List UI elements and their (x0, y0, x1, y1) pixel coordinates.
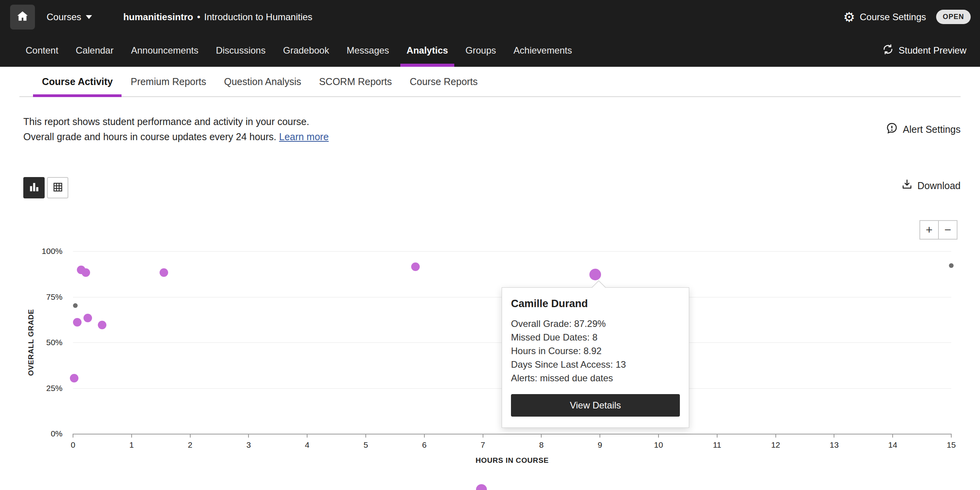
x-tick-label: 6 (409, 440, 440, 450)
chart-view-button[interactable] (23, 177, 45, 198)
y-tick-label: 75% (0, 291, 63, 303)
table-view-button[interactable] (47, 177, 68, 198)
course-code: humanitiesintro (123, 12, 193, 23)
subtab-course-activity[interactable]: Course Activity (33, 67, 122, 96)
x-tick-mark (190, 434, 191, 438)
x-tick-mark (131, 434, 132, 438)
tab-messages[interactable]: Messages (341, 34, 395, 67)
x-tick-mark (483, 434, 483, 438)
x-axis-line (73, 434, 951, 434)
tab-label: Gradebook (283, 45, 329, 56)
view-details-button[interactable]: View Details (511, 394, 680, 417)
zoom-in-button[interactable]: + (919, 220, 939, 240)
status-badge-open: OPEN (936, 10, 971, 24)
y-tick-label: 25% (0, 382, 63, 394)
learn-more-link[interactable]: Learn more (279, 131, 329, 142)
courses-label: Courses (47, 12, 81, 23)
x-tick-label: 12 (760, 440, 791, 450)
subtab-label: Question Analysis (224, 76, 301, 87)
breadcrumb-separator: • (197, 12, 200, 23)
subtab-label: SCORM Reports (319, 76, 392, 87)
data-point[interactable] (98, 321, 106, 329)
x-tick-mark (717, 434, 718, 438)
x-tick-label: 5 (350, 440, 381, 450)
alert-settings-button[interactable]: Alert Settings (886, 122, 961, 137)
tab-label: Content (26, 45, 58, 56)
x-tick-label: 10 (643, 440, 674, 450)
data-point[interactable] (83, 314, 92, 322)
x-tick-mark (248, 434, 249, 438)
student-preview-label: Student Preview (898, 45, 966, 56)
alert-bubble-icon (886, 122, 898, 137)
subtab-scorm-reports[interactable]: SCORM Reports (310, 67, 401, 96)
tab-achievements[interactable]: Achievements (507, 34, 579, 67)
table-grid-icon (52, 181, 64, 195)
x-tick-label: 15 (936, 440, 967, 450)
tab-label: Announcements (131, 45, 198, 56)
data-point[interactable] (73, 318, 82, 327)
swap-arrows-icon (882, 43, 894, 57)
tab-content[interactable]: Content (19, 34, 64, 67)
home-button[interactable] (10, 5, 35, 30)
zoom-out-button[interactable]: − (938, 220, 957, 240)
tab-label: Groups (466, 45, 496, 56)
y-axis-tick-labels: 100%75%50%25%0% (0, 251, 63, 434)
x-tick-mark (775, 434, 776, 438)
x-tick-label: 8 (526, 440, 557, 450)
x-tick-mark (541, 434, 542, 438)
x-axis-tick-labels: 0123456789101112131415 (73, 440, 951, 452)
x-tick-label: 9 (584, 440, 615, 450)
tooltip-student-name: Camille Durand (511, 298, 680, 310)
bar-chart-icon (28, 181, 40, 195)
x-tick-mark (658, 434, 659, 438)
courses-menu[interactable]: Courses (47, 12, 92, 23)
zoom-controls: + − (919, 220, 957, 240)
tab-label: Achievements (514, 45, 572, 56)
report-description: This report shows student performance an… (23, 114, 329, 144)
subtab-course-reports[interactable]: Course Reports (401, 67, 487, 96)
y-tick-label: 50% (0, 337, 63, 348)
x-tick-mark (307, 434, 308, 438)
subtab-question-analysis[interactable]: Question Analysis (215, 67, 310, 96)
y-tick-label: 100% (0, 245, 63, 257)
x-tick-label: 3 (233, 440, 264, 450)
data-point[interactable] (160, 268, 168, 277)
download-button[interactable]: Download (901, 179, 961, 193)
tab-label: Analytics (407, 45, 448, 56)
data-point[interactable] (73, 303, 78, 308)
x-axis-title: HOURS IN COURSE (73, 456, 951, 465)
home-icon (16, 10, 29, 24)
x-tick-mark (365, 434, 366, 438)
x-tick-label: 14 (877, 440, 908, 450)
data-point[interactable] (82, 268, 90, 277)
tab-calendar[interactable]: Calendar (70, 34, 120, 67)
data-point[interactable] (70, 374, 78, 382)
tab-announcements[interactable]: Announcements (125, 34, 204, 67)
chart-table-toggle (23, 177, 68, 198)
x-tick-mark (834, 434, 834, 438)
course-settings-button[interactable]: ⚙ Course Settings (843, 10, 926, 24)
subtab-premium-reports[interactable]: Premium Reports (122, 67, 215, 96)
gear-icon: ⚙ (843, 10, 855, 24)
main-nav: Content Calendar Announcements Discussio… (0, 34, 980, 67)
subtab-label: Course Activity (42, 76, 113, 87)
course-title: Introduction to Humanities (204, 12, 313, 23)
gridline (73, 251, 951, 252)
data-point[interactable] (411, 262, 420, 271)
tab-groups[interactable]: Groups (459, 34, 502, 67)
analytics-subnav: Course Activity Premium Reports Question… (19, 67, 961, 97)
x-tick-mark (599, 434, 600, 438)
tab-discussions[interactable]: Discussions (210, 34, 272, 67)
x-tick-label: 4 (292, 440, 323, 450)
x-tick-mark (951, 434, 952, 438)
student-preview-button[interactable]: Student Preview (882, 34, 966, 67)
x-tick-mark (892, 434, 893, 438)
tab-analytics[interactable]: Analytics (400, 34, 454, 67)
data-point[interactable] (949, 263, 954, 268)
tab-gradebook[interactable]: Gradebook (277, 34, 335, 67)
download-icon (901, 179, 913, 193)
tooltip-missed-due-dates: Missed Due Dates: 8 (511, 330, 680, 344)
course-settings-label: Course Settings (860, 12, 926, 23)
highlighted-data-point[interactable] (589, 269, 601, 280)
x-tick-label: 13 (818, 440, 850, 450)
